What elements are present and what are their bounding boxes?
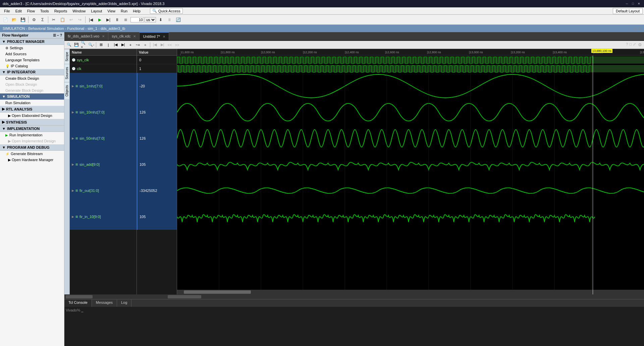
wf-add-wave-button[interactable]: ~+ [135,42,141,48]
wf-save-button[interactable]: 💾 [73,42,80,48]
bottom-tab-tcl-console[interactable]: Tcl Console [64,299,92,307]
bottom-tab-log[interactable]: Log [117,299,131,307]
sim-stop-button[interactable]: ⏹ [122,16,130,24]
nav-run-implementation[interactable]: ▶ Run Implementation [0,132,64,138]
sim-help-icon[interactable]: ? [630,26,632,31]
waveform-canvas[interactable]: 11,600 ns |11,800 ns |12,000 ns |12,200 … [177,49,644,294]
wf-add-button[interactable]: + [127,42,134,48]
wf-goto-end-button[interactable]: ▶| [159,42,166,48]
wf-collapse-button[interactable]: >> [174,42,180,48]
section-simulation[interactable]: ▼ SIMULATION [0,93,64,100]
tab-fir-dds-close[interactable]: ✕ [102,34,105,38]
wf-expand-button[interactable]: << [166,42,173,48]
wf-zoom-out-button[interactable]: 🔍- [88,42,95,48]
nav-ip-catalog[interactable]: 💡 IP Catalog [0,63,64,69]
nav-open-elaborated-design[interactable]: ▶ Open Elaborated Design [0,113,64,119]
menu-layout[interactable]: Layout [88,8,105,14]
waveform-float-icon[interactable]: ⤢ [633,42,636,47]
save-button[interactable]: 💾 [19,16,27,24]
sim-step-button[interactable]: ▶| [104,16,112,24]
waveform-expand-icon[interactable]: □ [629,42,632,47]
signal-row-sysclk[interactable]: 🕐 sys_clk [70,56,137,64]
tab-sys-clk-close[interactable]: ✕ [133,34,136,38]
section-program-debug[interactable]: ▼ PROGRAM AND DEBUG [0,144,64,151]
settings-button[interactable]: ⚙ [30,16,38,24]
wf-search-button[interactable]: 🔍 [66,42,72,48]
new-file-button[interactable]: 📄 [1,16,9,24]
sim-close-icon[interactable]: ✕ [638,26,641,31]
objects-panel-tab[interactable]: Objects [64,82,69,99]
section-synthesis[interactable]: ▶ SYNTHESIS [0,119,64,126]
sim-refresh-button[interactable]: ⏸ [165,16,173,24]
tab-sys-clk[interactable]: sys_clk.xdc ✕ [108,32,140,40]
wf-divider-button[interactable]: ÷ [142,42,149,48]
sources-panel-tab[interactable]: Sources [64,64,69,82]
section-project-manager[interactable]: ▼ PROJECT MANAGER [0,39,64,45]
flow-nav-icon-1[interactable]: ☰ [53,33,56,37]
menu-view[interactable]: View [105,8,118,14]
h-scrollbar-thumb[interactable] [184,290,251,294]
wf-fit-button[interactable]: ⊞ [98,42,104,48]
layout-dropdown[interactable]: Default Layout [613,8,643,14]
sim-expand-icon[interactable]: □ [634,26,636,31]
nav-create-block-design[interactable]: Create Block Design [0,75,64,81]
signal-row-firout[interactable]: ▶ ⊞ fir_out[31:0] [70,178,137,204]
compile-button[interactable]: Σ [39,16,47,24]
cut-button[interactable]: ✂ [50,16,58,24]
menu-reports[interactable]: Reports [52,8,70,14]
wave-scrollbar-container[interactable] [94,295,644,298]
nav-open-hardware-manager[interactable]: ▶ Open Hardware Manager [0,157,64,163]
nav-generate-bitstream[interactable]: ⚡ Generate Bitstream [0,151,64,157]
menu-edit[interactable]: Edit [13,8,24,14]
signal-row-sin50mhz[interactable]: ▶ ⊞ sin_50mhz[7:0] [70,125,137,151]
section-rtl-analysis[interactable]: ▶ RTL ANALYSIS [0,106,64,113]
maximize-button[interactable]: □ [631,1,635,6]
signal-row-sin1mhz[interactable]: ▶ ⊞ sin_1mhz[7:0] [70,73,137,99]
menu-window[interactable]: Window [70,8,88,14]
signal-row-sin10mhz[interactable]: ▶ ⊞ sin_10mhz[7:0] [70,99,137,125]
close-button[interactable]: ✕ [637,1,641,6]
sim-reload-button[interactable]: 🔄 [174,16,182,24]
signal-row-sinadd[interactable]: ▶ ⊞ sin_add[9:0] [70,151,137,178]
sim-pause-button[interactable]: ⏸ [113,16,121,24]
flow-nav-icon-2[interactable]: − [57,33,59,37]
wf-cursor-button[interactable]: | [105,42,112,48]
tab-untitled-close[interactable]: ✕ [163,35,165,39]
name-scrollbar-thumb[interactable] [66,295,93,298]
wf-prev-button[interactable]: |◀ [112,42,119,48]
waveform-help-icon[interactable]: ? [626,42,628,47]
flow-nav-icon-3[interactable]: ? [60,33,62,37]
waveform-settings-gear[interactable]: ⚙ [638,42,642,47]
h-scrollbar[interactable] [177,290,644,294]
open-file-button[interactable]: 📂 [10,16,18,24]
nav-settings[interactable]: ⚙ Settings [0,45,64,51]
menu-file[interactable]: File [1,8,13,14]
tab-untitled[interactable]: Untitled 7* ✕ [140,32,169,40]
paste-button[interactable]: 📋 [58,16,66,24]
sim-restart-button[interactable]: |◀ [87,16,95,24]
sim-time-input[interactable]: 10 [130,17,144,22]
tab-fir-dds[interactable]: fir_dds_adder3.veo ✕ [64,32,108,40]
sim-time-unit-select[interactable]: us ns ps [145,17,156,22]
menu-tools[interactable]: Tools [38,8,52,14]
undo-button[interactable]: ↩ [67,16,75,24]
nav-language-templates[interactable]: Language Templates [0,57,64,63]
scope-panel-tab[interactable]: Scope [64,49,69,64]
sim-time-apply-button[interactable]: ⬇ [157,16,165,24]
section-implementation[interactable]: ▼ IMPLEMENTATION [0,126,64,132]
nav-add-sources[interactable]: Add Sources [0,51,64,57]
wf-zoom-in-button[interactable]: 🔍+ [80,42,87,48]
sim-run-button[interactable]: ▶ [96,16,104,24]
menu-run[interactable]: Run [118,8,130,14]
signal-row-clk[interactable]: 🕐 clk [70,64,137,73]
menu-help[interactable]: Help [130,8,143,14]
minimize-button[interactable]: ─ [625,1,629,6]
wf-goto-start-button[interactable]: |◀ [152,42,158,48]
nav-run-simulation[interactable]: Run Simulation [0,100,64,106]
menu-flow[interactable]: Flow [24,8,38,14]
bottom-tab-messages[interactable]: Messages [92,299,117,307]
section-ip-integrator[interactable]: ▼ IP INTEGRATOR [0,69,64,75]
signal-row-firin10[interactable]: ▶ ⊞ fir_in_10[9:0] [70,204,137,230]
redo-button[interactable]: ↪ [76,16,84,24]
wave-scrollbar-thumb[interactable] [168,295,201,298]
